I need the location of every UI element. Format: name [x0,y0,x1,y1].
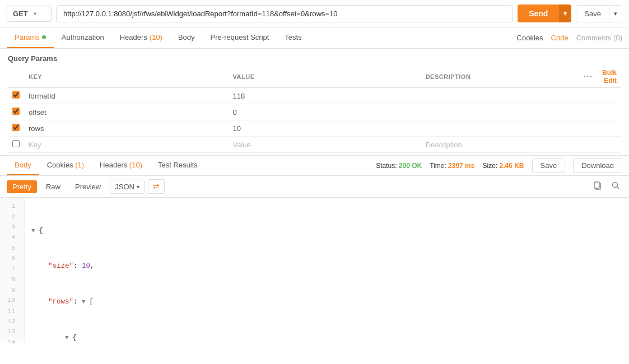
col-actions-header: ··· [579,66,598,88]
col-key-header: KEY [24,66,229,88]
resp-tab-headers-label: Headers [100,161,129,169]
top-tab-bar: Params Authorization Headers (10) Body P… [0,27,629,49]
bulk-edit-btn[interactable]: Bulk Edit [598,66,621,88]
code-line-3: "rows": ▼ [ [31,296,622,308]
response-status: Status: 200 OK Time: 2397 ms Size: 2.46 … [376,158,622,173]
tab-bar-right: Cookies Code Comments (0) [517,34,622,42]
save-button[interactable]: Save [576,6,609,22]
row2-value: 0 [233,108,237,116]
code-link[interactable]: Code [551,34,569,42]
code-line-2: "size": 10, [31,260,622,272]
code-line-4: ▼ { [31,332,622,343]
params-table: KEY VALUE DESCRIPTION ··· Bulk Edit form… [8,66,621,153]
json-format-select[interactable]: JSON ▾ [110,180,145,194]
status-label: Status: 200 OK [376,162,422,170]
size-label: Size: 2.46 KB [482,162,524,170]
body-tab-raw[interactable]: Raw [40,180,66,193]
resp-tab-test-results[interactable]: Test Results [150,156,206,175]
row1-desc [421,88,579,104]
body-toolbar-right [591,180,622,193]
svg-line-3 [617,187,619,189]
placeholder-desc: Description [426,141,462,149]
resp-tab-test-results-label: Test Results [158,161,198,169]
method-chevron-icon: ▾ [34,11,36,17]
search-button[interactable] [609,180,622,193]
send-dropdown-button[interactable]: ▾ [559,4,571,22]
cookies-link[interactable]: Cookies [517,34,543,42]
json-format-chevron: ▾ [137,184,139,190]
tab-tests-label: Tests [285,33,301,41]
table-row-placeholder: Key Value Description [8,137,621,153]
row3-key: rows [29,124,44,133]
row3-checkbox[interactable] [12,124,20,131]
send-button[interactable]: Send [518,4,559,22]
tab-prerequest[interactable]: Pre-request Script [203,27,277,48]
tab-authorization[interactable]: Authorization [54,27,112,48]
size-value: 2.46 KB [500,162,524,170]
tab-prerequest-label: Pre-request Script [211,33,269,41]
resp-tab-cookies-label: Cookies [47,161,76,169]
tab-params-label: Params [15,33,40,41]
save-dropdown-button[interactable]: ▾ [609,6,622,22]
url-input[interactable] [56,5,513,22]
tab-body[interactable]: Body [170,27,203,48]
code-content: ▼ { "size": 10, "rows": ▼ [ ▼ { "MAIN_ef… [25,198,629,343]
tab-headers-badge: (10) [150,33,162,41]
code-line-1: ▼ { [31,225,622,237]
collapse-4[interactable]: ▼ [65,334,72,341]
table-row: offset 0 [8,104,621,120]
line-numbers: 1 2 3 4 5 6 7 8 9 10 11 12 13 14 15 16 1… [0,198,25,343]
row2-key: offset [29,108,46,116]
query-params-section: Query Params KEY VALUE DESCRIPTION ··· B… [0,49,629,153]
collapse-1[interactable]: ▼ [31,227,39,234]
row1-checkbox[interactable] [12,91,20,99]
placeholder-value: Value [233,141,251,149]
body-tab-preview[interactable]: Preview [69,180,106,193]
json-format-label: JSON [115,183,134,191]
table-row: rows 10 [8,120,621,137]
headers-badge: (10) [129,161,142,169]
three-dots-icon[interactable]: ··· [583,72,593,81]
resp-tab-cookies[interactable]: Cookies (1) [39,156,92,175]
row1-key: formatId [29,92,55,100]
resp-tab-headers[interactable]: Headers (10) [92,156,150,175]
svg-rect-1 [594,182,599,188]
code-area: 1 2 3 4 5 6 7 8 9 10 11 12 13 14 15 16 1… [0,198,629,343]
resp-tab-body[interactable]: Body [7,156,39,175]
row2-desc [421,104,579,120]
method-value: GET [13,10,28,18]
params-dot-icon [42,35,46,39]
row2-checkbox[interactable] [12,108,20,115]
body-toolbar: Pretty Raw Preview JSON ▾ ⇄ [0,176,629,198]
wrap-button[interactable]: ⇄ [148,179,165,194]
row3-desc [421,120,579,137]
tab-body-label: Body [178,33,195,41]
time-label: Time: 2397 ms [430,162,474,170]
query-params-title: Query Params [8,54,621,63]
placeholder-key: Key [29,141,41,149]
comments-link[interactable]: Comments (0) [576,34,622,42]
method-select[interactable]: GET ▾ [7,6,52,22]
cookies-badge: (1) [75,161,84,169]
resp-save-button[interactable]: Save [532,158,566,173]
status-value: 200 OK [399,162,422,170]
tab-tests[interactable]: Tests [277,27,309,48]
url-bar: GET ▾ Send ▾ Save ▾ [0,0,629,27]
response-bar: Body Cookies (1) Headers (10) Test Resul… [0,155,629,176]
resp-tab-body-label: Body [15,161,31,169]
copy-button[interactable] [591,180,604,193]
save-btn-group: Save ▾ [576,5,622,22]
col-desc-header: DESCRIPTION [421,66,579,88]
tab-headers[interactable]: Headers (10) [112,27,170,48]
body-tab-pretty[interactable]: Pretty [7,180,37,193]
send-btn-group: Send ▾ [518,4,571,22]
tab-headers-label: Headers [120,33,147,41]
collapse-3[interactable]: ▼ [82,298,89,305]
tab-params[interactable]: Params [7,27,54,48]
resp-download-button[interactable]: Download [573,158,622,173]
table-row: formatId 118 [8,88,621,104]
row1-value: 118 [233,92,245,100]
tab-authorization-label: Authorization [62,33,104,41]
placeholder-checkbox[interactable] [12,140,20,147]
col-value-header: VALUE [229,66,421,88]
